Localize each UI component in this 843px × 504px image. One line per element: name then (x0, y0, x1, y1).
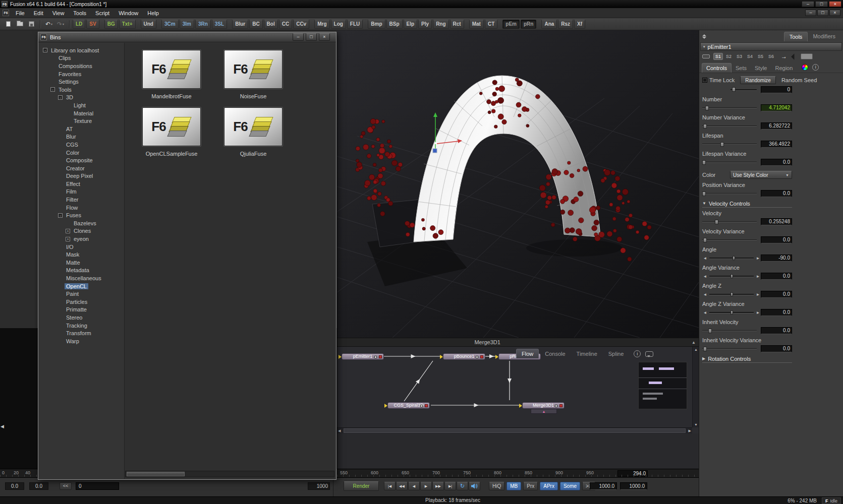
control-tab-style[interactable]: Style (751, 64, 771, 73)
hiq-button[interactable]: HiQ (489, 482, 504, 490)
node-output-square[interactable] (379, 355, 382, 358)
slider-position-variance[interactable] (702, 191, 757, 197)
menu-view[interactable]: View (48, 9, 69, 18)
flow-node-merge3d1[interactable]: Merge3D1▲ (522, 402, 565, 409)
node-output-square[interactable] (480, 355, 483, 358)
left-value-field-1[interactable]: 0.0 (5, 482, 24, 490)
tool-button-3im[interactable]: 3Im (180, 20, 194, 29)
info-icon[interactable]: i (812, 64, 819, 71)
node-output-square[interactable] (425, 404, 428, 407)
menu-window[interactable]: Window (114, 9, 143, 18)
value-field-position-variance[interactable]: 0.0 (761, 190, 792, 197)
slider-inherit-velocity-variance[interactable] (702, 346, 757, 352)
value-field-angle-z-variance[interactable]: 0.0 (761, 309, 792, 316)
menu-script[interactable]: Script (91, 9, 114, 18)
value-field-angle-z[interactable]: 0.0 (761, 291, 792, 298)
bins-tree-item-primatte[interactable]: Primatte (39, 306, 124, 314)
flow-horizontal-scrollbar[interactable]: ◀ ▶ (337, 427, 692, 433)
bin-item-mandelbrotfuse[interactable]: F6MandelbrotFuse (134, 50, 209, 99)
rewind-button[interactable]: << (60, 482, 72, 490)
bins-tree-item-texture[interactable]: Texture (39, 117, 124, 125)
child-close-button[interactable]: × (829, 10, 840, 16)
slider-number[interactable] (702, 105, 757, 111)
slot-button-s4[interactable]: S4 (745, 53, 755, 60)
tool-button-cc[interactable]: CC (279, 20, 292, 29)
bins-tree-item-light[interactable]: Light (39, 101, 124, 109)
flow-vertical-scrollbar[interactable]: ▲ ▼ (692, 347, 699, 427)
tool-button-3rn[interactable]: 3Rn (195, 20, 211, 29)
left-scroll-arrow-icon[interactable]: ◀ (1, 424, 4, 429)
bins-tree-item-compositions[interactable]: Compositions (39, 62, 124, 70)
slot-button-s1[interactable]: S1 (713, 53, 723, 60)
screw-left-arrow[interactable]: ◄ (702, 256, 708, 261)
bins-tree-item-i-o[interactable]: I/O (39, 243, 124, 251)
bin-item-noisefuse[interactable]: F6NoiseFuse (215, 50, 291, 99)
bins-tree-item-settings[interactable]: Settings (39, 78, 124, 86)
bins-tree-item-filter[interactable]: Filter (39, 196, 124, 204)
child-restore-button[interactable]: □ (817, 10, 828, 16)
tool-button-elp[interactable]: Elp (404, 20, 418, 29)
active-tool-header[interactable]: ▾ pEmitter1 (700, 42, 842, 51)
tab-flow[interactable]: Flow (516, 349, 539, 358)
menu-tools[interactable]: Tools (69, 9, 91, 18)
close-button[interactable]: × (829, 1, 841, 7)
screw-left-arrow[interactable]: ◄ (702, 310, 708, 315)
value-field-angle-variance[interactable]: 0.0 (761, 273, 792, 280)
maximize-button[interactable]: □ (815, 1, 828, 7)
control-tab-sets[interactable]: Sets (732, 64, 751, 73)
tree-expand-box[interactable]: + (66, 229, 70, 233)
bins-tree-item-effect[interactable]: Effect (39, 180, 124, 188)
fast-reverse-button[interactable]: ◀◀ (396, 482, 408, 490)
section-velocity-controls[interactable]: ▼Velocity Controls (702, 201, 792, 208)
collapse-triangle-icon[interactable]: ▼ (702, 201, 706, 206)
menu-file[interactable]: File (11, 9, 29, 18)
bins-tree-item-paint[interactable]: Paint (39, 290, 124, 298)
flow-node-pbounce1[interactable]: pBounce1 (443, 353, 485, 360)
bins-tree-item-bazelevs[interactable]: Bazelevs (39, 219, 124, 227)
value-field-velocity[interactable]: 0.255248 (761, 218, 792, 225)
tool-button-3cm[interactable]: 3Cm (161, 20, 179, 29)
tool-button-prn[interactable]: pRn (521, 20, 536, 29)
comment-icon[interactable] (645, 351, 653, 357)
tree-expand-box[interactable]: + (66, 237, 70, 241)
bins-tree-item-library-on-localhost[interactable]: -Library on localhost (39, 46, 124, 54)
current-frame-field[interactable]: 294.0 (617, 470, 648, 477)
save-comp-button[interactable] (26, 20, 37, 29)
bins-tree-item-stereo[interactable]: Stereo (39, 313, 124, 322)
scroll-left-icon[interactable]: ◀ (338, 429, 341, 433)
screw-right-arrow[interactable]: ► (755, 310, 761, 315)
composition-icon[interactable]: F6 (3, 10, 9, 16)
tool-button-und[interactable]: Und (141, 20, 156, 29)
info-icon[interactable]: i (634, 350, 641, 357)
bins-horizontal-scrollbar[interactable] (125, 471, 334, 477)
node-input-triangle-icon[interactable] (519, 404, 522, 408)
scrollbar-thumb[interactable] (127, 472, 185, 476)
bins-tree-item-matte[interactable]: Matte (39, 259, 124, 267)
tool-button-rng[interactable]: Rng (433, 20, 448, 29)
tool-button-bg[interactable]: BG (104, 20, 118, 29)
tool-button-ply[interactable]: Ply (418, 20, 432, 29)
tab-console[interactable]: Console (540, 349, 570, 358)
bins-window[interactable]: F6 Bins – □ × -Library on localhostClips… (38, 32, 336, 480)
left-value-field-2[interactable]: 0.0 (29, 482, 48, 490)
fast-forward-button[interactable]: ▶▶ (432, 482, 444, 490)
tool-button-bsp[interactable]: BSp (386, 20, 403, 29)
value-field-number-variance[interactable]: 6.282722 (761, 122, 792, 130)
pick-icon[interactable] (791, 53, 798, 60)
bins-tree-item-material[interactable]: Material (39, 109, 124, 117)
render-button[interactable]: Render (344, 481, 379, 491)
random-seed-field[interactable]: 0 (761, 86, 792, 93)
time-ruler[interactable]: 294.0 550600650700750800850900950 (337, 469, 699, 478)
control-tab-controls[interactable]: Controls (702, 63, 732, 73)
tool-button-pem[interactable]: pEm (502, 20, 520, 29)
bins-tree-item-clips[interactable]: Clips (39, 54, 124, 62)
control-tab-region[interactable]: Region (771, 64, 797, 73)
bins-tree-item-at[interactable]: AT (39, 125, 124, 133)
loop-button[interactable]: ↻ (457, 482, 468, 490)
tool-button-xf[interactable]: Xf (574, 20, 585, 29)
tool-button-txt[interactable]: Txt+ (119, 20, 136, 29)
screw-right-arrow[interactable]: ► (755, 292, 761, 297)
redo-button[interactable]: ↷▾ (55, 20, 66, 29)
value-field-inherit-velocity-variance[interactable]: 0.0 (761, 345, 792, 352)
node-input-triangle-icon[interactable] (339, 355, 342, 359)
